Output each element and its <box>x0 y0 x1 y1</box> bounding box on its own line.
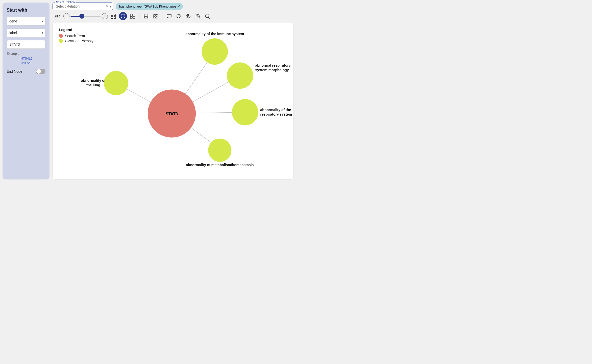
svg-rect-0 <box>111 14 113 16</box>
eye-button[interactable] <box>184 12 192 20</box>
clear-icon[interactable]: ✕ <box>106 4 109 8</box>
end-node-row: End Node <box>7 69 45 74</box>
svg-rect-16 <box>155 14 157 15</box>
node-stat3-label: STAT3 <box>166 112 178 116</box>
label-resp-morph: abnormal respiratory <box>255 63 291 67</box>
svg-rect-10 <box>133 16 135 18</box>
graph-area[interactable]: Legend Search Term GWASdb Phenotype <box>53 22 293 179</box>
legend-item-search-term: Search Term <box>59 34 97 38</box>
size-slider[interactable] <box>70 16 101 17</box>
example-label: Example <box>7 52 45 56</box>
size-decrease-button[interactable]: − <box>63 13 69 19</box>
top-controls: Select Relation ✕ ▾ has_phenotype_(GWASd… <box>53 3 293 10</box>
label-resp-sys: abnormality of the <box>260 108 291 112</box>
svg-point-15 <box>155 15 157 17</box>
node-immune[interactable] <box>202 38 228 65</box>
legend-title: Legend <box>59 28 97 32</box>
relation-tag: has_phenotype_(GWASdb Phenotype) ✕ <box>116 3 183 10</box>
label-resp-sys-2: respiratory system <box>260 112 292 116</box>
node-type-select-wrapper[interactable]: gene protein disease phenotype ▾ <box>7 17 45 25</box>
svg-rect-1 <box>114 14 116 16</box>
relation-tag-close[interactable]: ✕ <box>177 5 180 8</box>
property-select-wrapper[interactable]: label id name ▾ <box>7 29 45 37</box>
node-type-select[interactable]: gene protein disease phenotype <box>7 17 45 25</box>
comment-button[interactable] <box>165 12 173 20</box>
select-relation-label: Select Relation <box>55 1 76 4</box>
select-relation-icons: ✕ ▾ <box>106 4 111 8</box>
toolbar: Size: − + <box>53 12 293 20</box>
no-label-button[interactable] <box>194 12 202 20</box>
svg-rect-9 <box>130 16 132 18</box>
node-metab[interactable] <box>208 139 231 162</box>
save-button[interactable] <box>142 12 150 20</box>
svg-rect-13 <box>144 16 147 18</box>
svg-rect-8 <box>133 14 135 16</box>
example-link-ints4l2[interactable]: INTS4L2 <box>7 57 45 60</box>
svg-rect-7 <box>130 14 132 16</box>
chevron-down-icon-3[interactable]: ▾ <box>110 4 111 8</box>
select-relation-input[interactable] <box>56 4 104 8</box>
svg-rect-3 <box>114 17 116 18</box>
grid-button[interactable] <box>129 12 137 20</box>
svg-rect-2 <box>111 17 113 18</box>
node-resp-morph[interactable] <box>227 62 253 89</box>
svg-line-20 <box>209 17 210 19</box>
toolbar-divider-1 <box>139 13 139 20</box>
end-node-label: End Node <box>7 69 22 73</box>
legend-label-gwasdb: GWASdb Phenotype <box>65 39 97 43</box>
legend: Legend Search Term GWASdb Phenotype <box>59 28 97 44</box>
fit-view-button[interactable] <box>109 12 117 20</box>
label-lung: abnormality of <box>81 79 106 83</box>
legend-item-gwasdb: GWASdb Phenotype <box>59 39 97 43</box>
graph-svg[interactable]: STAT3 abnormality of the immune system a… <box>53 22 293 179</box>
relation-tag-label: has_phenotype_(GWASdb Phenotype) <box>119 5 176 8</box>
toolbar-divider-2 <box>162 13 162 20</box>
label-resp-morph-2: system morphology <box>255 68 289 72</box>
label-lung-2: the lung <box>86 83 100 87</box>
layout-button[interactable] <box>119 12 127 20</box>
node-resp-sys[interactable] <box>232 99 258 125</box>
main-panel: Select Relation ✕ ▾ has_phenotype_(GWASd… <box>50 0 296 182</box>
sidebar-title: Start with <box>7 8 45 13</box>
svg-rect-12 <box>145 14 147 16</box>
toggle-knob <box>36 69 41 74</box>
label-metab: abnormality of metabolism/homeostasis <box>186 163 254 167</box>
size-increase-button[interactable]: + <box>102 13 108 19</box>
example-section: Example INTS4L2 INTS4 <box>7 52 45 65</box>
label-immune: abnormality of the immune system <box>186 32 244 36</box>
refresh-button[interactable] <box>175 12 183 20</box>
size-controls: − + <box>63 13 108 19</box>
legend-dot-gwasdb <box>59 39 63 43</box>
legend-label-search: Search Term <box>65 34 85 38</box>
end-node-toggle[interactable] <box>36 69 45 74</box>
svg-point-17 <box>187 15 189 17</box>
example-link-ints4[interactable]: INTS4 <box>7 61 45 65</box>
legend-dot-search <box>59 34 63 38</box>
size-label: Size: <box>54 14 61 18</box>
property-select[interactable]: label id name <box>7 29 45 37</box>
select-relation-box[interactable]: Select Relation ✕ ▾ <box>53 3 113 10</box>
svg-rect-14 <box>153 15 158 18</box>
node-lung[interactable] <box>104 71 128 95</box>
search-input[interactable] <box>7 40 45 49</box>
sidebar: Start with gene protein disease phenotyp… <box>3 3 50 179</box>
zoom-button[interactable] <box>203 12 211 20</box>
screenshot-button[interactable] <box>152 12 160 20</box>
